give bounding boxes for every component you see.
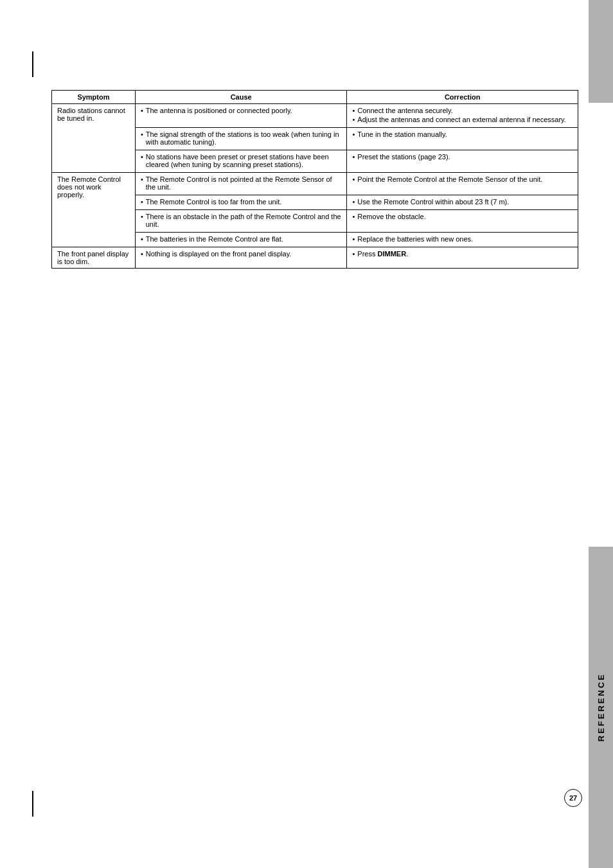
cause-bullet: • Nothing is displayed on the front pane…: [141, 250, 342, 258]
correction-cell-preset: • Preset the stations (page 23).: [347, 150, 578, 173]
cause-cell-preset: • No stations have been preset or preset…: [135, 150, 347, 173]
cause-cell-signal: • The signal strength of the stations is…: [135, 128, 347, 150]
cause-bullet: • The Remote Control is not pointed at t…: [141, 175, 342, 191]
bullet-icon: •: [352, 213, 355, 220]
cause-bullet: • The antenna is positioned or connected…: [141, 107, 342, 114]
correction-bullet: • Press DIMMER.: [352, 250, 573, 258]
correction-cell-remote-obstacle: • Remove the obstacle.: [347, 210, 578, 233]
correction-cell-dim: • Press DIMMER.: [347, 247, 578, 269]
correction-text: Point the Remote Control at the Remote S…: [357, 175, 542, 183]
troubleshooting-table: Symptom Cause Correction Radio stations …: [51, 90, 578, 269]
cause-text: No stations have been preset or preset s…: [146, 153, 342, 168]
correction-text: Replace the batteries with new ones.: [357, 235, 473, 243]
table-row: The front panel display is too dim. • No…: [52, 247, 578, 269]
cause-cell-remote-batteries: • The batteries in the Remote Control ar…: [135, 233, 347, 247]
correction-bullet: • Connect the antenna securely.: [352, 107, 573, 114]
cause-bullet: • The Remote Control is too far from the…: [141, 198, 342, 206]
bullet-icon: •: [141, 130, 143, 138]
header-symptom: Symptom: [52, 91, 136, 104]
right-tab-lower: REFERENCE: [589, 547, 613, 868]
bullet-icon: •: [141, 235, 143, 243]
cause-cell-remote-pointed: • The Remote Control is not pointed at t…: [135, 173, 347, 195]
bullet-icon: •: [352, 198, 355, 206]
correction-text-2: Adjust the antennas and connect an exter…: [357, 116, 566, 123]
page-number: 27: [564, 789, 582, 807]
page-container: REFERENCE 27 Symptom Cause Correction Ra…: [0, 0, 613, 868]
correction-text: Press DIMMER.: [357, 250, 408, 258]
correction-bullet: • Tune in the station manually.: [352, 130, 573, 138]
bullet-icon: •: [352, 107, 355, 114]
cause-text: The Remote Control is too far from the u…: [146, 198, 282, 206]
bullet-icon: •: [352, 153, 355, 161]
bullet-icon: •: [352, 130, 355, 138]
correction-bullet-2: • Adjust the antennas and connect an ext…: [352, 116, 573, 123]
correction-cell-remote-far: • Use the Remote Control within about 23…: [347, 195, 578, 210]
bullet-icon: •: [352, 235, 355, 243]
bullet-icon: •: [141, 175, 143, 183]
cause-cell-remote-far: • The Remote Control is too far from the…: [135, 195, 347, 210]
dimmer-bold: DIMMER: [378, 250, 407, 258]
symptom-cell-radio: Radio stations cannot be tuned in.: [52, 104, 136, 173]
main-content: Symptom Cause Correction Radio stations …: [51, 90, 574, 269]
bullet-icon: •: [352, 116, 355, 123]
bullet-icon: •: [352, 175, 355, 183]
table-header-row: Symptom Cause Correction: [52, 91, 578, 104]
symptom-cell-dim: The front panel display is too dim.: [52, 247, 136, 269]
left-line-bottom-decoration: [32, 791, 33, 817]
correction-text: Use the Remote Control within about 23 f…: [357, 198, 509, 206]
cause-bullet: • The signal strength of the stations is…: [141, 130, 342, 146]
cause-bullet: • The batteries in the Remote Control ar…: [141, 235, 342, 243]
bullet-icon: •: [141, 198, 143, 206]
correction-cell-remote-pointed: • Point the Remote Control at the Remote…: [347, 173, 578, 195]
table-row: The Remote Control does not work properl…: [52, 173, 578, 195]
correction-cell-signal: • Tune in the station manually.: [347, 128, 578, 150]
correction-bullet: • Preset the stations (page 23).: [352, 153, 573, 161]
correction-bullet: • Replace the batteries with new ones.: [352, 235, 573, 243]
cause-bullet: • No stations have been preset or preset…: [141, 153, 342, 168]
cause-bullet: • There is an obstacle in the path of th…: [141, 213, 342, 228]
cause-text: The antenna is positioned or connected p…: [146, 107, 292, 114]
bullet-icon: •: [141, 213, 143, 220]
correction-text: Remove the obstacle.: [357, 213, 425, 220]
correction-text: Tune in the station manually.: [357, 130, 447, 138]
correction-cell-remote-batteries: • Replace the batteries with new ones.: [347, 233, 578, 247]
header-cause: Cause: [135, 91, 347, 104]
correction-cell-antenna: • Connect the antenna securely. • Adjust…: [347, 104, 578, 128]
correction-bullet: • Use the Remote Control within about 23…: [352, 198, 573, 206]
header-correction: Correction: [347, 91, 578, 104]
cause-cell-dim: • Nothing is displayed on the front pane…: [135, 247, 347, 269]
correction-bullet: • Point the Remote Control at the Remote…: [352, 175, 573, 183]
cause-text: The signal strength of the stations is t…: [146, 130, 342, 146]
bullet-icon: •: [352, 250, 355, 258]
cause-text: The Remote Control is not pointed at the…: [146, 175, 342, 191]
cause-text: The batteries in the Remote Control are …: [146, 235, 283, 243]
table-row: Radio stations cannot be tuned in. • The…: [52, 104, 578, 128]
bullet-icon: •: [141, 250, 143, 258]
cause-text: There is an obstacle in the path of the …: [146, 213, 342, 228]
bullet-icon: •: [141, 107, 143, 114]
correction-text: Preset the stations (page 23).: [357, 153, 450, 161]
cause-text: Nothing is displayed on the front panel …: [146, 250, 292, 258]
left-line-top-decoration: [32, 51, 33, 77]
cause-cell-remote-obstacle: • There is an obstacle in the path of th…: [135, 210, 347, 233]
cause-cell-antenna: • The antenna is positioned or connected…: [135, 104, 347, 128]
correction-bullet: • Remove the obstacle.: [352, 213, 573, 220]
symptom-cell-remote: The Remote Control does not work properl…: [52, 173, 136, 247]
right-tab-upper: [589, 0, 613, 103]
correction-text: Connect the antenna securely.: [357, 107, 452, 114]
bullet-icon: •: [141, 153, 143, 161]
reference-label: REFERENCE: [596, 673, 606, 741]
